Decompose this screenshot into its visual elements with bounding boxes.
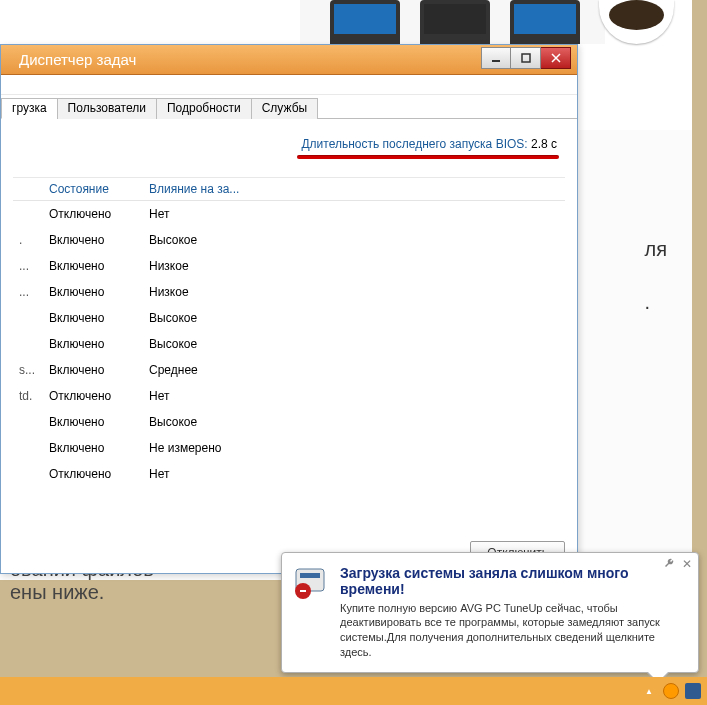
cell-impact: Не измерено xyxy=(143,435,565,461)
content-area: Длительность последнего запуска BIOS: 2.… xyxy=(1,119,577,573)
cell-state: Включено xyxy=(43,305,143,331)
cell-impact: Нет xyxy=(143,383,565,409)
cell-impact: Высокое xyxy=(143,227,565,253)
cell-impact: Высокое xyxy=(143,305,565,331)
cell-state: Включено xyxy=(43,279,143,305)
table-row[interactable]: ...ВключеноНизкое xyxy=(13,279,565,305)
titlebar[interactable]: Диспетчер задач xyxy=(1,45,577,75)
svg-rect-5 xyxy=(300,590,306,592)
column-name[interactable] xyxy=(13,178,43,201)
startup-table-scroll[interactable]: Состояние Влияние на за... ОтключеноНет.… xyxy=(13,177,565,503)
cell-impact: Высокое xyxy=(143,331,565,357)
cell-state: Отключено xyxy=(43,201,143,228)
table-row[interactable]: ОтключеноНет xyxy=(13,201,565,228)
svg-rect-1 xyxy=(522,54,530,62)
cell-name xyxy=(13,201,43,228)
article-fragment: ены ниже. xyxy=(10,581,154,604)
bios-value: 2.8 с xyxy=(531,137,557,151)
cell-impact: Низкое xyxy=(143,279,565,305)
notification-app-icon xyxy=(292,563,330,601)
cell-state: Включено xyxy=(43,409,143,435)
notification-balloon[interactable]: ✕ Загрузка системы заняла слишком много … xyxy=(281,552,699,673)
close-button[interactable] xyxy=(541,47,571,69)
options-icon[interactable] xyxy=(664,557,676,572)
cell-name: s... xyxy=(13,357,43,383)
cell-name: td. xyxy=(13,383,43,409)
cell-impact: Высокое xyxy=(143,409,565,435)
cell-impact: Низкое xyxy=(143,253,565,279)
svg-rect-0 xyxy=(492,60,500,62)
notification-body: Купите полную версию AVG PC TuneUp сейча… xyxy=(340,601,686,660)
table-row[interactable]: ВключеноНе измерено xyxy=(13,435,565,461)
table-row[interactable]: td.ОтключеноНет xyxy=(13,383,565,409)
coffee-cup-icon xyxy=(599,0,674,44)
article-text-right: ля . xyxy=(645,238,668,314)
table-row[interactable]: ...ВключеноНизкое xyxy=(13,253,565,279)
minimize-button[interactable] xyxy=(481,47,511,69)
table-row[interactable]: .ВключеноВысокое xyxy=(13,227,565,253)
table-row[interactable]: ВключеноВысокое xyxy=(13,409,565,435)
cell-impact: Нет xyxy=(143,461,565,487)
phone-mockups xyxy=(300,0,605,44)
close-notification-button[interactable]: ✕ xyxy=(682,557,692,571)
tray-app-icon[interactable] xyxy=(663,683,679,699)
table-row[interactable]: ВключеноВысокое xyxy=(13,331,565,357)
window-controls xyxy=(481,47,577,69)
table-row[interactable]: ВключеноВысокое xyxy=(13,305,565,331)
cell-name xyxy=(13,435,43,461)
cell-state: Включено xyxy=(43,253,143,279)
table-row[interactable]: s...ВключеноСреднее xyxy=(13,357,565,383)
tab-services[interactable]: Службы xyxy=(251,98,318,119)
cell-state: Включено xyxy=(43,435,143,461)
cell-state: Отключено xyxy=(43,383,143,409)
tab-details[interactable]: Подробности xyxy=(156,98,252,119)
cell-name: ... xyxy=(13,279,43,305)
notification-title: Загрузка системы заняла слишком много вр… xyxy=(340,565,686,597)
highlight-underline xyxy=(297,155,559,159)
cell-impact: Нет xyxy=(143,201,565,228)
menubar xyxy=(1,75,577,95)
tab-startup[interactable]: грузка xyxy=(1,98,58,119)
taskbar: ▲ xyxy=(0,677,707,705)
maximize-button[interactable] xyxy=(511,47,541,69)
show-hidden-icons[interactable]: ▲ xyxy=(641,683,657,699)
svg-rect-3 xyxy=(300,573,320,578)
startup-table: Состояние Влияние на за... ОтключеноНет.… xyxy=(13,178,565,487)
cell-name xyxy=(13,305,43,331)
article-fragment: ля xyxy=(645,238,668,261)
tab-bar: грузка Пользователи Подробности Службы xyxy=(1,95,577,119)
cell-state: Включено xyxy=(43,331,143,357)
table-row[interactable]: ОтключеноНет xyxy=(13,461,565,487)
column-impact[interactable]: Влияние на за... xyxy=(143,178,565,201)
cell-impact: Среднее xyxy=(143,357,565,383)
cell-name: ... xyxy=(13,253,43,279)
cell-state: Отключено xyxy=(43,461,143,487)
phone-icon xyxy=(330,0,400,44)
bios-label: Длительность последнего запуска BIOS: xyxy=(301,137,527,151)
cell-name: . xyxy=(13,227,43,253)
cell-state: Включено xyxy=(43,227,143,253)
phone-icon xyxy=(420,0,490,44)
maximize-icon xyxy=(521,53,531,63)
cell-name xyxy=(13,461,43,487)
column-state[interactable]: Состояние xyxy=(43,178,143,201)
tray-app-icon[interactable] xyxy=(685,683,701,699)
bios-boot-time: Длительность последнего запуска BIOS: 2.… xyxy=(13,137,557,151)
cell-name xyxy=(13,409,43,435)
cell-state: Включено xyxy=(43,357,143,383)
phone-icon xyxy=(510,0,580,44)
close-icon xyxy=(551,53,561,63)
minimize-icon xyxy=(491,53,501,63)
task-manager-window: Диспетчер задач грузка Пользователи Подр… xyxy=(0,44,578,574)
cell-name xyxy=(13,331,43,357)
window-title: Диспетчер задач xyxy=(1,51,481,68)
tab-users[interactable]: Пользователи xyxy=(57,98,157,119)
